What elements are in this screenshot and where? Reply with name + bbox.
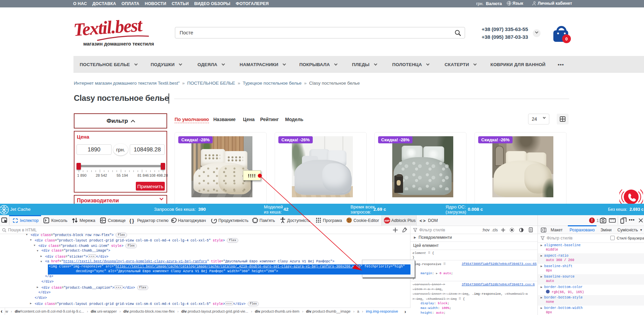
svg-text:0: 0 bbox=[565, 36, 568, 41]
svg-text:ABP: ABP bbox=[385, 220, 390, 222]
